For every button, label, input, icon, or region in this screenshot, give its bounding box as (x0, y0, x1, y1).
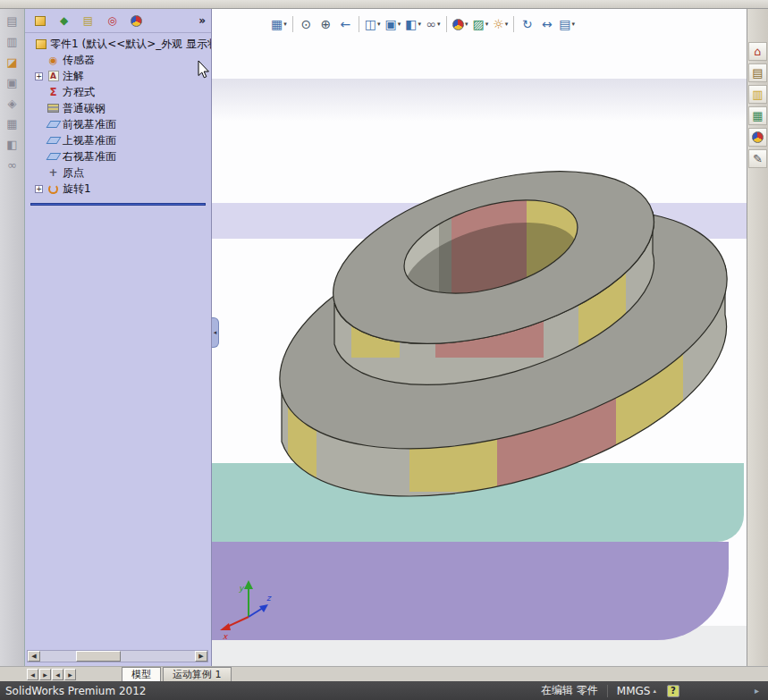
scrollbar-track[interactable] (40, 651, 195, 662)
view-settings-icon: ☼ (493, 18, 504, 30)
tree-item-front-plane[interactable]: 前视基准面 (25, 116, 211, 132)
heads-up-toolbar: ▦▾ ⊙ ⊕ ← ◫▾ ▣▾ ◧▾ ∞▾ ▾ ▨▾ ☼▾ ↻ ↔ ▤▾ (269, 12, 577, 37)
feature-manager-panel: ◆ ▤ ◎ » 零件1 (默认<<默认>_外观 显示状 ◉ 传感器 + A 注解 (25, 9, 212, 666)
tree-item-label: 方程式 (63, 85, 95, 100)
orientation-triad: y x z (220, 580, 272, 641)
frame-options-button[interactable]: ▤▾ (557, 13, 577, 35)
previous-view-button[interactable]: ← (336, 13, 355, 35)
tab-scroll-next-icon[interactable]: ◀ (52, 669, 63, 680)
tree-item-label: 上视基准面 (63, 133, 116, 148)
dropdown-caret-icon: ▾ (283, 21, 287, 28)
status-separator (607, 685, 608, 697)
appearances-icon[interactable] (748, 128, 767, 147)
feature-tool-icon[interactable]: ▣ (3, 73, 22, 91)
smart-dimension-tool-icon[interactable]: ◪ (3, 53, 22, 71)
status-bar: SolidWorks Premium 2012 在编辑 零件 MMGS ▴ ? … (0, 681, 768, 700)
viewport-layout-icon: ▦ (271, 18, 283, 30)
view-settings-button[interactable]: ☼▾ (491, 13, 510, 35)
section-view-icon: ◫ (365, 18, 376, 30)
triad-y-label: y (239, 584, 245, 593)
tab-motion-study-1[interactable]: 运动算例 1 (163, 667, 232, 681)
annotations-expander[interactable]: + (34, 72, 44, 81)
featuremanager-tree-tab[interactable] (30, 12, 49, 30)
triad-z-label: z (266, 594, 272, 603)
study-tab-bar: ◀ ▶ ◀ ▶ 模型 运动算例 1 (0, 666, 768, 681)
statusbar-toggle-icon[interactable]: ▸ (755, 686, 759, 696)
zoom-area-button[interactable]: ⊕ (316, 13, 335, 35)
section-view-button[interactable]: ◫▾ (363, 13, 383, 35)
revolve-feature-icon (46, 182, 60, 195)
view-orientation-icon: ▣ (385, 18, 397, 30)
view-palette-icon[interactable]: ▦ (748, 106, 767, 125)
section-tool-icon[interactable]: ◧ (3, 135, 22, 153)
material-icon (46, 102, 60, 114)
model-3d-view[interactable]: y x z (212, 9, 747, 666)
units-selector[interactable]: MMGS (617, 685, 651, 697)
view-tool-icon[interactable]: ∞ (3, 156, 22, 173)
toolbar-separator (513, 16, 514, 32)
displaymanager-tab[interactable] (127, 12, 146, 30)
tab-scroll-first-icon[interactable]: ◀ (27, 669, 38, 680)
scroll-left-arrow-icon[interactable]: ◀ (28, 651, 40, 662)
rollback-bar[interactable] (30, 203, 206, 206)
dropdown-caret-icon: ▾ (572, 21, 576, 28)
tab-overflow-button[interactable]: » (198, 14, 206, 27)
tree-item-top-plane[interactable]: 上视基准面 (25, 132, 211, 148)
expander-spacer (34, 136, 44, 146)
propertymanager-tab[interactable]: ◆ (55, 12, 73, 30)
tab-scroll-last-icon[interactable]: ▶ (64, 669, 76, 680)
tree-item-revolve1[interactable]: + 旋转1 (25, 181, 211, 197)
tree-item-material[interactable]: 普通碳钢 (25, 100, 211, 116)
edit-appearance-button[interactable]: ▾ (451, 13, 470, 35)
previous-view-icon: ← (340, 18, 350, 30)
tree-root-label: 零件1 (默认<<默认>_外观 显示状 (50, 37, 211, 52)
evaluate-tool-icon[interactable]: ▦ (3, 114, 22, 132)
apply-scene-button[interactable]: ▨▾ (471, 13, 491, 35)
toolbar-separator (292, 16, 293, 32)
custom-properties-icon[interactable]: ✎ (748, 149, 767, 168)
tree-item-label: 原点 (63, 165, 84, 181)
tree-item-annotations[interactable]: + A 注解 (25, 68, 211, 84)
zoom-fit-button[interactable]: ⊙ (297, 13, 316, 35)
pan-icon: ↔ (542, 18, 553, 30)
annotation-tool-icon[interactable]: ◈ (3, 94, 22, 112)
status-bar-right: 在编辑 零件 MMGS ▴ ? ▸ (541, 683, 759, 698)
edit-appearance-icon (452, 19, 464, 30)
rotate-view-button[interactable]: ↻ (518, 13, 536, 35)
resources-home-icon[interactable]: ⌂ (748, 42, 767, 61)
scroll-right-arrow-icon[interactable]: ▶ (195, 651, 207, 662)
sensors-icon: ◉ (46, 54, 60, 66)
tree-item-label: 右视基准面 (63, 149, 116, 164)
tree-item-origin[interactable]: + 原点 (25, 164, 211, 181)
solidworks-window: ▤ ▥ ◪ ▣ ◈ ▦ ◧ ∞ ◆ ▤ ◎ » 零件1 (默认<<默认>_外观 … (0, 0, 768, 700)
tree-item-equations[interactable]: Σ 方程式 (25, 84, 211, 100)
configurationmanager-tab[interactable]: ▤ (79, 12, 97, 30)
tree-root-part[interactable]: 零件1 (默认<<默认>_外观 显示状 (25, 36, 211, 52)
plane-icon (46, 134, 60, 147)
display-style-icon: ◧ (405, 18, 417, 30)
left-tool-rail: ▤ ▥ ◪ ▣ ◈ ▦ ◧ ∞ (0, 9, 25, 666)
graphics-viewport[interactable]: y x z ▦▾ ⊙ ⊕ ← ◫▾ ▣▾ ◧▾ ∞▾ ▾ ▨▾ ☼▾ ↻ ↔ ▤… (212, 9, 747, 666)
revolve1-expander[interactable]: + (34, 184, 44, 194)
view-orientation-button[interactable]: ▣▾ (384, 13, 403, 35)
tree-item-sensors[interactable]: ◉ 传感器 (25, 52, 211, 68)
dropdown-caret-icon: ▾ (465, 21, 468, 28)
tab-model[interactable]: 模型 (122, 667, 161, 681)
sketch-tool-icon[interactable]: ▥ (3, 32, 22, 50)
hide-show-items-button[interactable]: ∞▾ (424, 13, 443, 35)
design-library-icon[interactable]: ▤ (748, 63, 767, 82)
help-icon[interactable]: ? (667, 685, 679, 697)
scrollbar-thumb[interactable] (76, 651, 121, 662)
viewport-layout-button[interactable]: ▦▾ (269, 13, 289, 35)
file-explorer-icon[interactable]: ▥ (748, 85, 767, 104)
pan-button[interactable]: ↔ (537, 13, 556, 35)
tree-item-right-plane[interactable]: 右视基准面 (25, 148, 211, 164)
tab-scroll-prev-icon[interactable]: ▶ (39, 669, 51, 680)
dimxpertmanager-tab[interactable]: ◎ (103, 12, 122, 30)
tree-horizontal-scrollbar[interactable]: ◀ ▶ (27, 650, 208, 662)
part-cube-icon (35, 16, 46, 26)
select-tool-icon[interactable]: ▤ (3, 12, 22, 30)
tree-item-label: 普通碳钢 (63, 101, 105, 116)
panel-collapse-handle[interactable]: ◂ (212, 317, 219, 348)
display-style-button[interactable]: ◧▾ (403, 13, 423, 35)
